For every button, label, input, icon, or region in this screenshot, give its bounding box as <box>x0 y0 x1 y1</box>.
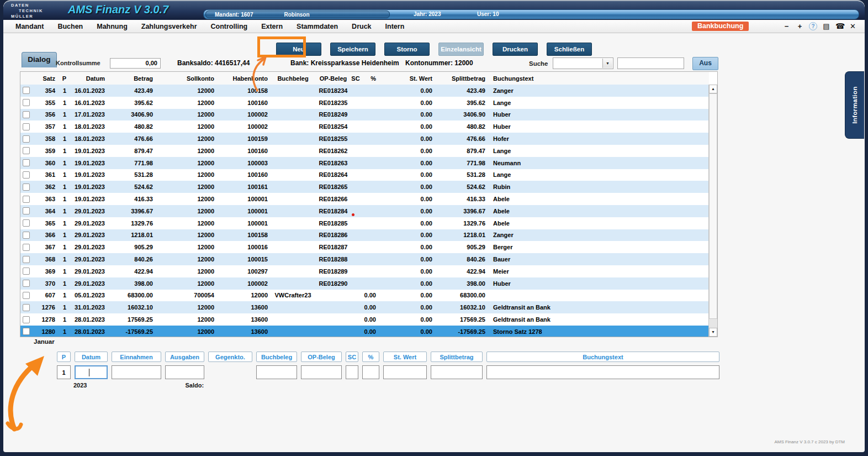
table-row[interactable]: 354116.01.2023423.4912000100158RE0182340… <box>20 85 709 97</box>
row-checkbox[interactable] <box>23 256 30 263</box>
table-row[interactable]: 357118.01.2023480.8212000100002RE0182540… <box>20 120 709 133</box>
row-checkbox[interactable] <box>23 135 30 143</box>
cell-habenkonto: 100002 <box>216 109 270 121</box>
menu-item-mahnung[interactable]: Mahnung <box>97 23 128 30</box>
form-input-sc[interactable] <box>346 365 358 379</box>
table-row[interactable]: 1278128.01.202317569.2512000136000.000.0… <box>20 313 709 326</box>
column-header-sollkonto: Sollkonto <box>155 72 216 85</box>
table-row[interactable]: 356117.01.20233406.9012000100002RE018249… <box>20 109 709 121</box>
cell-splittbetrag: -17569.25 <box>435 326 488 337</box>
logo-line: TECHNIK <box>19 8 43 14</box>
table-row[interactable]: 362119.01.2023524.6212000100161RE0182650… <box>20 181 709 193</box>
cell-satz: 364 <box>31 205 57 217</box>
menu-item-buchen[interactable]: Buchen <box>57 23 83 30</box>
form-input-op-beleg[interactable] <box>301 365 342 379</box>
tab-dialog[interactable]: Dialog <box>22 52 57 67</box>
table-row[interactable]: 365129.01.20231329.7612000100001RE018285… <box>20 217 709 229</box>
speichern-button[interactable]: Speichern <box>330 43 375 56</box>
row-checkbox[interactable] <box>23 171 30 179</box>
phone-icon[interactable]: ☎ <box>835 22 844 30</box>
table-row[interactable]: 360119.01.2023771.9812000100003RE0182630… <box>20 157 709 169</box>
aus-button[interactable]: Aus <box>692 57 718 70</box>
table-row[interactable]: 607105.01.202368300.0070005412000VWCraft… <box>20 290 709 302</box>
vertical-scrollbar[interactable]: ▲ ▼ <box>708 85 717 337</box>
row-checkbox[interactable] <box>23 87 30 94</box>
notes-icon[interactable]: ▤ <box>822 22 830 30</box>
suche-dropdown[interactable]: ▼ <box>553 57 613 69</box>
cell-sollkonto: 12000 <box>155 265 216 277</box>
column-header-betrag: Betrag <box>107 72 155 85</box>
row-checkbox[interactable] <box>23 207 30 214</box>
cell-satz: 358 <box>31 133 57 145</box>
tab-information[interactable]: Information <box>845 71 864 139</box>
form-column-header-gegenkto: Gegenkto. <box>208 352 252 362</box>
menu-item-intern[interactable]: Intern <box>385 23 405 30</box>
form-input-splittbetrag[interactable] <box>431 365 483 379</box>
form-input-buchbeleg[interactable] <box>256 365 297 379</box>
form-input-einnahmen[interactable] <box>112 365 161 379</box>
table-row[interactable]: 368129.01.2023840.2612000100015RE0182880… <box>20 253 709 265</box>
scroll-down-icon[interactable]: ▼ <box>709 328 717 337</box>
einzelansicht-button[interactable]: Einzelansicht <box>438 43 484 56</box>
row-checkbox[interactable] <box>23 111 30 118</box>
table-row[interactable]: 355116.01.2023395.6212000100160RE0182350… <box>20 97 709 109</box>
minimize-icon[interactable]: − <box>782 22 791 30</box>
row-checkbox[interactable] <box>23 159 30 166</box>
menu-item-extern[interactable]: Extern <box>261 23 283 30</box>
table-row[interactable]: 369129.01.2023422.9412000100297RE0182890… <box>20 265 709 277</box>
schlie-en-button[interactable]: Schließen <box>547 43 592 56</box>
storno-button[interactable]: Storno <box>384 43 430 56</box>
row-checkbox[interactable] <box>23 232 30 239</box>
menu-item-zahlungsverkehr[interactable]: Zahlungsverkehr <box>141 23 197 30</box>
cell-op-beleg: RE018287 <box>316 241 351 253</box>
table-row[interactable]: 359119.01.2023879.4712000100160RE0182620… <box>20 145 709 157</box>
menu-item-mandant[interactable]: Mandant <box>15 23 44 30</box>
row-checkbox[interactable] <box>23 219 30 227</box>
neu-button[interactable]: Neu <box>276 43 321 56</box>
chevron-down-icon[interactable]: ▼ <box>602 59 612 68</box>
menu-item-stammdaten[interactable]: Stammdaten <box>297 23 338 30</box>
table-row[interactable]: 1280128.01.2023-17569.2512000136000.000.… <box>20 326 709 337</box>
form-input-[interactable] <box>362 365 379 379</box>
table-row[interactable]: 363119.01.2023416.3312000100001RE0182660… <box>20 193 709 205</box>
suche-input[interactable] <box>617 57 684 69</box>
table-row[interactable]: 358118.01.2023476.6612000100159RE0182550… <box>20 133 709 145</box>
drucken-button[interactable]: Drucken <box>493 43 538 56</box>
cell-satz: 607 <box>31 290 57 302</box>
form-input-ausgaben[interactable] <box>165 365 204 379</box>
row-checkbox[interactable] <box>23 328 30 335</box>
table-row[interactable]: 370129.01.2023398.0012000100002RE0182900… <box>20 277 709 290</box>
kontrollsumme-input[interactable]: 0,00 <box>110 58 161 69</box>
table-row[interactable]: 367129.01.2023905.2912000100016RE0182870… <box>20 241 709 253</box>
table-row[interactable]: 361119.01.2023531.2812000100160RE0182640… <box>20 169 709 181</box>
menu-item-controlling[interactable]: Controlling <box>211 23 248 30</box>
table-row[interactable]: 364129.01.20233396.6712000100001RE018284… <box>20 205 709 217</box>
form-input-buchungstext[interactable] <box>486 365 719 379</box>
cell-splittbetrag: 68300.00 <box>435 290 488 302</box>
scroll-up-icon[interactable]: ▲ <box>709 85 717 93</box>
row-checkbox[interactable] <box>23 292 30 299</box>
row-checkbox[interactable] <box>23 123 30 130</box>
row-checkbox[interactable] <box>23 184 30 191</box>
form-input-p[interactable]: 1 <box>57 365 71 379</box>
row-checkbox[interactable] <box>23 99 30 106</box>
cell-splittbetrag: 423.49 <box>435 85 488 97</box>
row-checkbox[interactable] <box>23 316 30 323</box>
row-checkbox[interactable] <box>23 268 30 275</box>
row-checkbox[interactable] <box>23 147 30 154</box>
row-checkbox[interactable] <box>23 196 30 203</box>
table-row[interactable]: 366129.01.20231218.0112000100158RE018286… <box>20 229 709 242</box>
scrollbar-thumb[interactable] <box>709 93 717 319</box>
form-input-st-wert[interactable] <box>383 365 427 379</box>
row-checkbox[interactable] <box>23 304 30 311</box>
row-checkbox[interactable] <box>23 280 30 287</box>
form-input-datum[interactable] <box>75 365 108 379</box>
close-icon[interactable]: ✕ <box>849 22 857 30</box>
cell-sc <box>351 290 361 302</box>
help-icon[interactable]: ? <box>809 22 817 30</box>
cell-buchbeleg <box>270 265 316 277</box>
maximize-icon[interactable]: + <box>796 22 804 30</box>
table-row[interactable]: 1276131.01.202316032.1012000136000.000.0… <box>20 301 709 313</box>
menu-item-druck[interactable]: Druck <box>352 23 371 30</box>
row-checkbox[interactable] <box>23 244 30 251</box>
